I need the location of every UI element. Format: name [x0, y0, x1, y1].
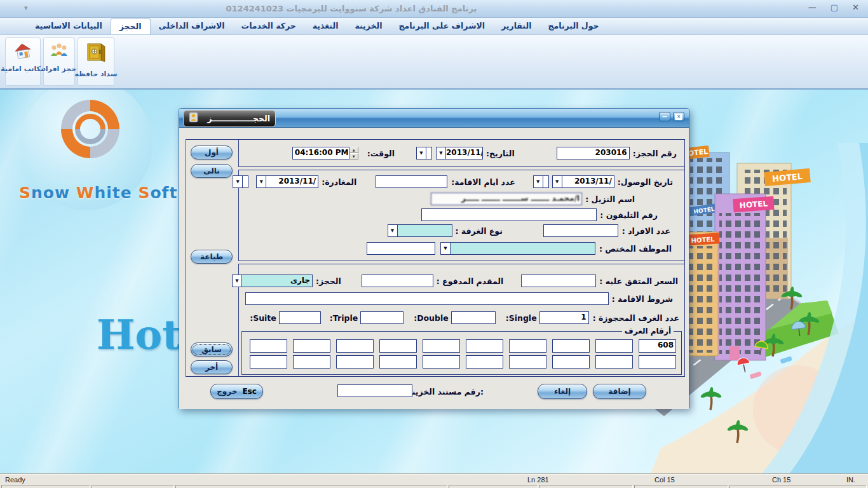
advance-paid-input[interactable] — [362, 274, 433, 287]
agreed-price-input[interactable] — [521, 274, 596, 287]
front-offices-button[interactable]: مكاتب امامية — [5, 37, 41, 86]
room-number-input[interactable]: 608 — [639, 339, 676, 353]
departure-date-combobox[interactable]: ▼ 2013/11/ — [256, 175, 318, 188]
close-icon: ✕ — [675, 114, 682, 120]
menu-item-treasury[interactable]: الخزينة — [346, 18, 390, 34]
room-number-input[interactable] — [639, 355, 676, 369]
room-number-input[interactable] — [466, 355, 503, 369]
reserved-rooms-label: عدد الغرف المحجوزة : — [593, 313, 679, 323]
chevron-down-icon[interactable]: ▼ — [417, 147, 426, 159]
safe-icon — [85, 42, 107, 67]
front-offices-label: مكاتب امامية — [1, 65, 45, 73]
room-number-input[interactable] — [423, 355, 460, 369]
cancel-button[interactable]: إلغاء — [538, 384, 587, 399]
window-maximize-button[interactable]: ▢ — [831, 3, 838, 12]
menu-item-reports[interactable]: التقارير — [493, 18, 539, 34]
room-number-input[interactable] — [595, 339, 633, 353]
room-number-input[interactable] — [509, 339, 546, 353]
menu-item-basic-data[interactable]: البيانات الاساسية — [27, 18, 111, 34]
room-number-input[interactable] — [509, 355, 546, 369]
room-type-combobox[interactable]: ▼ — [388, 224, 452, 237]
first-record-button[interactable]: أول — [191, 146, 233, 159]
agreed-price-label: السعر المتفق عليه : — [599, 276, 678, 286]
individual-booking-button[interactable]: حجز افراد — [43, 37, 75, 86]
booking-status-combobox[interactable]: ▼ جارى — [232, 274, 313, 287]
room-number-input[interactable] — [423, 339, 460, 353]
pay-portfolio-button[interactable]: سداد حافظه — [78, 37, 114, 86]
chevron-down-icon[interactable]: ▼ — [553, 176, 562, 187]
menu-item-program-supervision[interactable]: الاشراف على البرنامج — [391, 18, 493, 34]
dialog-caption[interactable]: الحجـــــــــــــــز — ✕ — [179, 109, 689, 128]
booking-no-input[interactable]: 203016 — [557, 147, 630, 159]
arrival-date-combobox[interactable]: ▼ 2013/11/ — [552, 175, 614, 188]
spin-down-icon[interactable]: ▼ — [349, 153, 358, 159]
assigned-staff-code-input[interactable] — [367, 242, 435, 255]
exit-button[interactable]: خروج Esc — [210, 384, 263, 399]
menu-item-services-movement[interactable]: حركة الخدمات — [233, 18, 304, 34]
print-button[interactable]: طباعة — [191, 250, 233, 264]
room-number-input[interactable] — [293, 339, 330, 353]
double-count-input[interactable] — [451, 311, 496, 324]
time-spinner[interactable]: ▲ ▼ — [349, 147, 358, 159]
spin-up-icon[interactable]: ▲ — [349, 147, 358, 153]
chevron-down-icon[interactable]: ▼ — [233, 176, 243, 187]
room-number-input[interactable] — [336, 355, 374, 369]
menu-item-catering[interactable]: التغذية — [304, 18, 347, 34]
stay-days-input[interactable] — [376, 175, 447, 188]
next-record-button[interactable]: تالى — [191, 164, 233, 178]
window-minimize-button[interactable]: — — [808, 3, 817, 12]
window-close-button[interactable]: ✕ — [852, 3, 859, 12]
group-people-icon — [50, 42, 69, 62]
reservation-icon — [189, 112, 198, 125]
suite-count-input[interactable] — [279, 311, 321, 324]
stay-terms-input[interactable] — [245, 292, 609, 305]
date-combobox[interactable]: ▼ 2013/11/ — [436, 147, 483, 159]
room-number-input[interactable] — [293, 355, 330, 369]
chevron-down-icon[interactable]: ▼ — [257, 176, 266, 187]
room-number-input[interactable] — [552, 339, 590, 353]
dialog-minimize-button[interactable]: — — [659, 112, 670, 121]
room-number-input[interactable] — [552, 355, 590, 369]
status-insert-mode: IN. — [846, 476, 855, 484]
add-button[interactable]: إضافة — [593, 384, 646, 399]
logo-letter: W — [76, 184, 95, 202]
departure-label: المغادرة: — [322, 177, 356, 187]
persons-count-input[interactable] — [543, 224, 618, 237]
assigned-staff-value — [451, 243, 595, 254]
single-count-input[interactable]: 1 — [539, 311, 589, 324]
beach-towel — [780, 356, 792, 363]
logo-letters: oft — [150, 184, 177, 202]
departure-date-value: 2013/11/ — [266, 176, 318, 187]
room-number-input[interactable] — [595, 355, 633, 369]
chevron-down-icon[interactable]: ▼ — [534, 176, 543, 187]
guest-name-label: اسم النزيل : — [585, 194, 635, 204]
arrival-day-dropdown[interactable]: ▼ — [533, 175, 549, 188]
assigned-staff-combobox[interactable]: ▼ — [440, 242, 595, 255]
persons-count-label: عدد الافراد : — [622, 226, 670, 236]
room-number-input[interactable] — [466, 339, 503, 353]
chevron-down-icon[interactable]: ▼ — [441, 243, 451, 254]
menu-item-about[interactable]: حول البرنامج — [539, 18, 607, 34]
chevron-down-icon[interactable]: ▼ — [388, 225, 398, 236]
guest-name-input[interactable]: ا/محمـد ـــــــ ســـــــ ـــــــ ـــــر — [431, 193, 582, 205]
date-day-dropdown[interactable]: ▼ — [416, 147, 432, 159]
dialog-close-button[interactable]: ✕ — [673, 112, 684, 121]
room-number-input[interactable] — [250, 339, 287, 353]
chevron-down-icon[interactable]: ▼ — [437, 147, 446, 159]
menu-item-booking[interactable]: الحجز — [111, 18, 151, 34]
room-number-input[interactable] — [250, 355, 287, 369]
menu-item-internal-supervision[interactable]: الاشراف الداخلى — [151, 18, 233, 34]
treasury-doc-input[interactable] — [337, 384, 412, 397]
chevron-down-icon[interactable]: ▼ — [233, 275, 242, 287]
room-number-input[interactable] — [379, 339, 417, 353]
previous-record-button[interactable]: سابق — [191, 342, 233, 356]
room-number-input[interactable] — [379, 355, 417, 369]
assigned-staff-label: الموظف المختص : — [599, 244, 672, 254]
room-number-input[interactable] — [336, 339, 374, 353]
phone-input[interactable] — [421, 208, 597, 221]
departure-day-dropdown[interactable]: ▼ — [233, 175, 248, 188]
time-input[interactable]: 04:16:00 PM — [292, 147, 349, 159]
triple-count-input[interactable] — [360, 311, 403, 324]
status-panels — [0, 485, 868, 488]
last-record-button[interactable]: أخر — [191, 360, 233, 374]
